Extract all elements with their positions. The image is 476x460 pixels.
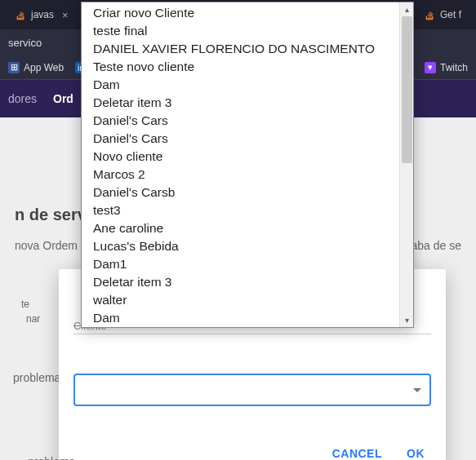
dropdown-option[interactable]: Teste novo cliente <box>82 58 399 76</box>
dropdown-option[interactable]: Novo cliente <box>82 148 399 166</box>
bookmark-label: Twitch <box>440 62 468 73</box>
tab-label: javas <box>31 9 54 20</box>
close-icon[interactable]: × <box>62 9 69 21</box>
bookmark-twitch[interactable]: ▾ Twitch <box>425 62 468 73</box>
problema-side: problema <box>28 455 75 460</box>
dropdown-option[interactable]: Dam <box>82 76 399 94</box>
ok-button[interactable]: OK <box>407 447 425 460</box>
dropdown-option[interactable]: Ane caroline <box>82 219 399 237</box>
scroll-thumb[interactable] <box>402 16 412 163</box>
scroll-up-icon[interactable]: ▴ <box>400 2 413 16</box>
dropdown-option[interactable]: DANIEL XAVIER FLORENCIO DO NASCIMENTO <box>82 40 399 58</box>
dropdown-option[interactable]: teste final <box>82 22 399 40</box>
bookmark-label: App Web <box>24 62 64 73</box>
dropdown-option[interactable]: Deletar item 3 <box>82 273 399 291</box>
dropdown-option[interactable]: Dam <box>82 309 399 327</box>
stackoverflow-icon <box>424 9 435 20</box>
problema-label: problema <box>13 371 60 384</box>
scroll-down-icon[interactable]: ▾ <box>400 313 413 327</box>
dropdown-items: Criar novo Clienteteste finalDANIEL XAVI… <box>82 2 399 327</box>
dropdown-listbox[interactable]: Criar novo Clienteteste finalDANIEL XAVI… <box>81 2 414 328</box>
tab-label: Get f <box>440 9 461 20</box>
dropdown-option[interactable]: Criar novo Cliente <box>82 4 399 22</box>
dropdown-option[interactable]: Lucas's Bebida <box>82 237 399 255</box>
nav-item-active[interactable]: Ord <box>53 92 73 105</box>
app-icon: ⊞ <box>8 62 20 73</box>
twitch-icon: ▾ <box>425 62 436 73</box>
browser-tab[interactable]: Get f <box>416 4 469 25</box>
dropdown-option[interactable]: Dam1 <box>82 255 399 273</box>
dropdown-option[interactable]: Daniel's Carsb <box>82 184 399 201</box>
dialog-actions: CANCEL OK <box>73 442 431 460</box>
chevron-down-icon <box>413 388 421 392</box>
page-subtext: nova Ordem d <box>15 239 87 252</box>
stackoverflow-icon <box>15 9 26 20</box>
dropdown-option[interactable]: Daniel's Cars <box>82 112 399 130</box>
scrollbar[interactable]: ▴ ▾ <box>399 2 413 327</box>
cancel-button[interactable]: CANCEL <box>332 447 382 460</box>
browser-window: javas × Get f servico ⊞ App Web in Lin ▾… <box>0 0 476 460</box>
dropdown-option[interactable]: walter <box>82 291 399 309</box>
dropdown-option[interactable]: Deletar item 3 <box>82 94 399 112</box>
label-te: te <box>21 299 29 310</box>
dropdown-option[interactable]: Marcos 2 <box>82 166 399 184</box>
label-nar: nar <box>26 313 40 325</box>
browser-tab[interactable]: javas × <box>7 4 77 26</box>
bookmark-appweb[interactable]: ⊞ App Web <box>8 62 64 73</box>
dropdown-option[interactable]: test3 <box>82 201 399 219</box>
combo-select[interactable]: problema <box>73 374 431 406</box>
nav-item[interactable]: dores <box>8 92 37 105</box>
url-text: servico <box>8 37 42 49</box>
dropdown-option[interactable]: Daniel's Cars <box>82 130 399 148</box>
